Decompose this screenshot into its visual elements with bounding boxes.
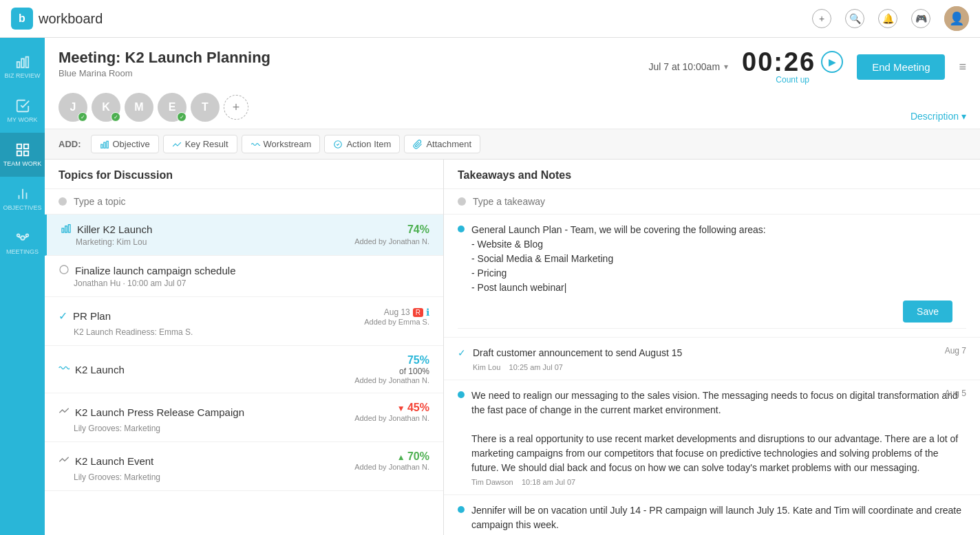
topic-pct-k2-event: 70% bbox=[407, 450, 429, 462]
add-key-result-button[interactable]: Key Result bbox=[163, 135, 237, 153]
topic-input-dot bbox=[58, 197, 67, 206]
sidebar-item-my-work[interactable]: MY WORK bbox=[0, 89, 45, 133]
svg-point-12 bbox=[25, 234, 28, 237]
gift-icon[interactable]: 🎮 bbox=[911, 9, 930, 28]
date-dropdown-icon: ▾ bbox=[724, 62, 728, 72]
sidebar-label-my-work: MY WORK bbox=[8, 116, 38, 123]
takeaway-author-draft: Kim Lou bbox=[473, 363, 500, 371]
add-key-result-label: Key Result bbox=[185, 139, 228, 149]
bell-icon[interactable]: 🔔 bbox=[878, 9, 897, 28]
plus-icon[interactable]: + bbox=[812, 9, 831, 28]
takeaway-item-jennifer[interactable]: Jennifer will be on vacation until July … bbox=[444, 495, 980, 535]
svg-rect-19 bbox=[62, 228, 64, 232]
add-label: ADD: bbox=[58, 139, 81, 149]
topic-input-row bbox=[45, 189, 443, 215]
topic-pct-press-release: 45% bbox=[407, 402, 429, 413]
sidebar-label-biz-review: BIZ REVIEW bbox=[4, 72, 40, 79]
avatar[interactable]: 👤 bbox=[944, 6, 969, 31]
takeaway-item-realign[interactable]: We need to realign our messaging to the … bbox=[444, 380, 980, 495]
add-attachment-button[interactable]: Attachment bbox=[404, 135, 480, 153]
takeaway-item-draft[interactable]: ✓ Draft customer announcement to send Au… bbox=[444, 338, 980, 380]
meeting-date: Jul 7 at 10:00am bbox=[649, 61, 721, 72]
meeting-info: Meeting: K2 Launch Planning Blue Marina … bbox=[58, 49, 270, 78]
participant-avatar-3[interactable]: M bbox=[125, 93, 153, 122]
content-area: Meeting: K2 Launch Planning Blue Marina … bbox=[45, 38, 980, 535]
description-label: Description bbox=[910, 111, 959, 122]
topic-pct-k2-launch: 75% bbox=[407, 354, 429, 366]
topic-item-k2-event[interactable]: K2 Launch Event ▲ 70% Added by Jonathan … bbox=[45, 442, 443, 491]
add-action-item-label: Action Item bbox=[346, 139, 391, 149]
check-badge-2: ✓ bbox=[111, 112, 120, 122]
topic-added-by-k2-event: Added by Jonathan N. bbox=[354, 463, 429, 471]
meeting-time[interactable]: Jul 7 at 10:00am ▾ bbox=[649, 61, 729, 72]
svg-rect-21 bbox=[68, 225, 70, 232]
topic-added-by-pr: Added by Emma S. bbox=[364, 318, 429, 326]
meeting-controls: Jul 7 at 10:00am ▾ 00:26 ▶ Count up End … bbox=[649, 49, 966, 85]
participant-avatar-4[interactable]: E ✓ bbox=[158, 93, 187, 122]
description-chevron-icon: ▾ bbox=[961, 111, 966, 122]
topic-name-pr-plan: PR Plan bbox=[73, 310, 111, 322]
app-title: workboard bbox=[39, 11, 103, 27]
objectives-icon bbox=[15, 186, 30, 201]
sidebar-item-team-work[interactable]: TEAM WORK bbox=[0, 133, 45, 177]
participant-avatar-5[interactable]: T bbox=[191, 93, 220, 122]
save-button[interactable]: Save bbox=[903, 301, 952, 323]
check-circle-small-icon bbox=[333, 140, 343, 149]
meeting-room: Blue Marina Room bbox=[58, 68, 270, 78]
topic-check-icon: ✓ bbox=[58, 309, 67, 323]
panels: Topics for Discussion Killer K2 Launch bbox=[45, 160, 980, 535]
sidebar-label-meetings: MEETINGS bbox=[6, 248, 39, 255]
svg-rect-3 bbox=[17, 144, 21, 149]
info-icon: ℹ bbox=[426, 307, 429, 318]
wave-icon bbox=[251, 140, 260, 149]
logo-area: b workboard bbox=[11, 8, 812, 30]
topic-name-press-release: K2 Launch Press Release Campaign bbox=[75, 406, 244, 418]
svg-rect-15 bbox=[100, 144, 102, 148]
sidebar-item-objectives[interactable]: OBJECTIVES bbox=[0, 177, 45, 221]
topic-objective-icon bbox=[61, 223, 72, 236]
topic-added-by-k2: Added by Jonathan N. bbox=[354, 376, 429, 384]
add-action-item-button[interactable]: Action Item bbox=[324, 135, 400, 153]
topic-action-icon bbox=[58, 264, 70, 277]
arrow-down-icon: ▼ bbox=[397, 404, 407, 413]
topics-panel-title: Topics for Discussion bbox=[45, 160, 443, 189]
sidebar-item-biz-review[interactable]: BIZ REVIEW bbox=[0, 45, 45, 89]
topic-item-k2-launch[interactable]: K2 Launch 75% of 100% Added by Jonathan … bbox=[45, 346, 443, 393]
takeaways-panel: Takeaways and Notes General Launch Plan … bbox=[444, 160, 980, 535]
trend-icon bbox=[172, 140, 182, 149]
topic-item-finalize[interactable]: Finalize launch campaign schedule Jonath… bbox=[45, 256, 443, 297]
svg-rect-17 bbox=[106, 141, 107, 148]
description-link[interactable]: Description ▾ bbox=[910, 111, 966, 129]
add-toolbar: ADD: Objective Key Result Workstream Act… bbox=[45, 129, 980, 160]
logo-icon[interactable]: b bbox=[11, 8, 33, 30]
svg-point-22 bbox=[60, 265, 68, 274]
takeaway-text-jennifer: Jennifer will be on vacation until July … bbox=[471, 503, 966, 532]
add-workstream-button[interactable]: Workstream bbox=[242, 135, 321, 153]
timer-play-button[interactable]: ▶ bbox=[821, 51, 843, 73]
meeting-menu-icon[interactable]: ≡ bbox=[959, 60, 966, 74]
topic-input[interactable] bbox=[74, 196, 429, 207]
sidebar-item-meetings[interactable]: MEETINGS bbox=[0, 221, 45, 265]
topic-sub-press-release: Lily Grooves: Marketing bbox=[74, 424, 429, 433]
top-nav-icons: + 🔍 🔔 🎮 👤 bbox=[812, 6, 969, 31]
add-participant-button[interactable]: + bbox=[224, 95, 248, 120]
takeaway-time-draft: 10:25 am Jul 07 bbox=[509, 363, 563, 371]
end-meeting-button[interactable]: End Meeting bbox=[857, 54, 945, 80]
topic-name-finalize: Finalize launch campaign schedule bbox=[75, 265, 235, 276]
participant-avatar-2[interactable]: K ✓ bbox=[92, 93, 120, 122]
search-icon[interactable]: 🔍 bbox=[845, 9, 864, 28]
add-objective-button[interactable]: Objective bbox=[91, 135, 159, 153]
participant-avatar-1[interactable]: J ✓ bbox=[58, 93, 87, 122]
topic-item-killer-k2[interactable]: Killer K2 Launch 74% Marketing: Kim Lou … bbox=[45, 215, 443, 256]
topic-sub-killer-k2: Marketing: Kim Lou bbox=[76, 237, 147, 247]
takeaway-author-realign: Tim Dawson bbox=[471, 478, 513, 486]
topic-added-by-killer-k2: Added by Jonathan N. bbox=[354, 237, 429, 245]
top-nav: b workboard + 🔍 🔔 🎮 👤 bbox=[0, 0, 980, 38]
topic-kr-icon-1 bbox=[58, 405, 70, 419]
count-up-label: Count up bbox=[776, 75, 809, 85]
check-square-icon bbox=[15, 98, 30, 113]
takeaway-input[interactable] bbox=[473, 196, 966, 207]
svg-rect-5 bbox=[17, 151, 21, 155]
topic-item-pr-plan[interactable]: ✓ PR Plan Aug 13 R ℹ Added by Emma S. bbox=[45, 297, 443, 346]
topic-item-press-release[interactable]: K2 Launch Press Release Campaign ▼ 45% A… bbox=[45, 393, 443, 442]
